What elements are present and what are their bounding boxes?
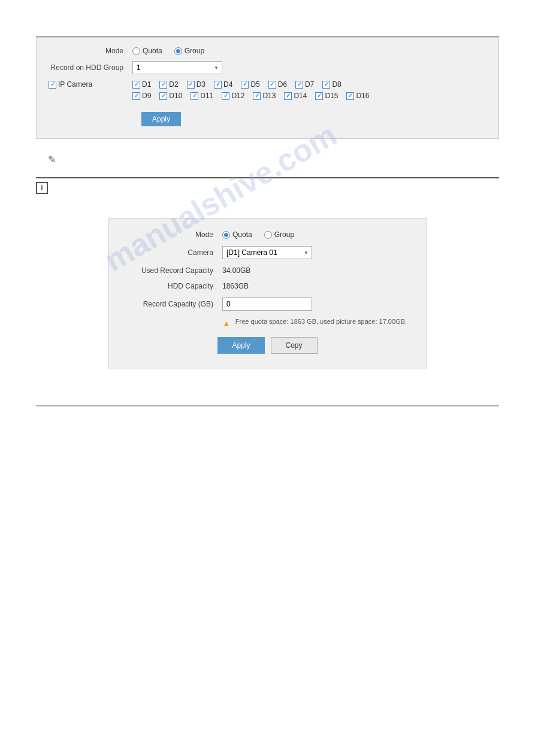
quota-radio-label: Quota xyxy=(143,47,162,55)
bottom-divider xyxy=(36,405,499,406)
quota-camera-select[interactable]: [D1] Camera 01 xyxy=(222,246,312,259)
d7-checkbox xyxy=(295,81,303,89)
quota-mode-quota-label: Quota xyxy=(232,230,252,239)
quota-hdd-capacity-label: HDD Capacity xyxy=(126,282,222,290)
quota-hdd-capacity-row: HDD Capacity 1863GB xyxy=(126,282,409,290)
camera-d16[interactable]: D16 xyxy=(346,92,369,100)
mode-radio-group: Quota Group xyxy=(132,47,204,55)
d1-checkbox xyxy=(132,81,140,89)
middle-section: ✎ xyxy=(36,154,499,165)
quota-mode-row: Mode Quota Group xyxy=(126,230,409,239)
d14-checkbox xyxy=(284,92,292,100)
d12-checkbox xyxy=(222,92,229,100)
quota-mode-quota-circle xyxy=(222,231,230,239)
quota-mode-group-circle xyxy=(264,231,272,239)
group-radio-circle xyxy=(174,47,182,55)
camera-d10[interactable]: D10 xyxy=(159,92,182,100)
quota-section: Mode Quota Group Camera [D1] Camera 01 xyxy=(108,218,427,369)
quota-warning-text: Free quota space: 1863 GB, used picture … xyxy=(235,318,407,325)
camera-d3[interactable]: D3 xyxy=(187,80,205,89)
camera-d2[interactable]: D2 xyxy=(159,80,178,89)
quota-hdd-capacity-value: 1863GB xyxy=(222,282,249,290)
hdd-group-select[interactable]: 1 xyxy=(132,61,222,74)
camera-d12[interactable]: D12 xyxy=(222,92,244,100)
quota-record-capacity-label: Record Capacity (GB) xyxy=(126,300,222,308)
camera-d4[interactable]: D4 xyxy=(214,80,232,89)
quota-warning-row: ▲ Free quota space: 1863 GB, used pictur… xyxy=(222,318,409,328)
quota-camera-select-wrapper: [D1] Camera 01 xyxy=(222,246,312,259)
d11-checkbox xyxy=(191,92,198,100)
top-panel-section: Mode Quota Group Record on HDD Group 1 xyxy=(36,36,499,139)
quota-radio[interactable]: Quota xyxy=(132,47,162,55)
mode-label: Mode xyxy=(49,47,132,55)
d2-checkbox xyxy=(159,81,167,89)
record-capacity-input[interactable] xyxy=(222,297,312,311)
camera-d13[interactable]: D13 xyxy=(253,92,276,100)
d5-checkbox xyxy=(241,81,249,89)
quota-camera-row: Camera [D1] Camera 01 xyxy=(126,246,409,259)
camera-checkboxes-row: IP Camera D1 D2 D3 D4 D5 D6 D7 D8 D9 D10 xyxy=(49,80,486,100)
camera-d7[interactable]: D7 xyxy=(295,80,314,89)
ip-camera-cell: IP Camera xyxy=(49,80,132,89)
d15-checkbox xyxy=(315,92,323,100)
info-divider: i xyxy=(36,177,499,194)
d9-checkbox xyxy=(132,92,140,100)
quota-record-capacity-row: Record Capacity (GB) xyxy=(126,297,409,311)
quota-mode-panel: Mode Quota Group Camera [D1] Camera 01 xyxy=(108,218,427,369)
ip-camera-checkbox-item[interactable]: IP Camera xyxy=(49,80,119,89)
quota-mode-radio-group: Quota Group xyxy=(222,230,294,239)
warning-triangle-icon: ▲ xyxy=(222,318,231,328)
d6-checkbox xyxy=(268,81,276,89)
quota-camera-label: Camera xyxy=(126,248,222,257)
d8-checkbox xyxy=(322,81,330,89)
quota-copy-button[interactable]: Copy xyxy=(271,337,318,354)
quota-mode-group-label: Group xyxy=(274,230,294,239)
d16-checkbox xyxy=(346,92,354,100)
camera-row-2: D9 D10 D11 D12 D13 D14 D15 D16 xyxy=(132,92,374,100)
quota-radio-circle xyxy=(132,47,140,55)
group-mode-panel: Mode Quota Group Record on HDD Group 1 xyxy=(36,37,499,139)
quota-used-record-value: 34.00GB xyxy=(222,266,250,275)
camera-d1[interactable]: D1 xyxy=(132,80,151,89)
quota-mode-label: Mode xyxy=(126,230,222,239)
d10-checkbox xyxy=(159,92,167,100)
quota-mode-quota-radio[interactable]: Quota xyxy=(222,230,252,239)
quota-used-record-label: Used Record Capacity xyxy=(126,266,222,275)
info-icon: i xyxy=(36,182,48,194)
camera-d9[interactable]: D9 xyxy=(132,92,151,100)
quota-buttons-row: Apply Copy xyxy=(126,337,409,354)
top-apply-button[interactable]: Apply xyxy=(141,112,181,126)
hdd-group-label: Record on HDD Group xyxy=(49,63,132,72)
camera-d15[interactable]: D15 xyxy=(315,92,338,100)
ip-camera-label: IP Camera xyxy=(58,80,92,89)
quota-apply-button[interactable]: Apply xyxy=(217,337,264,354)
pencil-icon: ✎ xyxy=(48,154,56,165)
camera-grid-container: D1 D2 D3 D4 D5 D6 D7 D8 D9 D10 D11 D12 D… xyxy=(132,80,374,100)
hdd-group-row: Record on HDD Group 1 xyxy=(49,61,486,74)
group-radio[interactable]: Group xyxy=(174,47,204,55)
mode-row: Mode Quota Group xyxy=(49,47,486,55)
group-radio-label: Group xyxy=(185,47,204,55)
quota-used-record-row: Used Record Capacity 34.00GB xyxy=(126,266,409,275)
edit-icon-wrapper: ✎ xyxy=(48,154,499,165)
camera-d5[interactable]: D5 xyxy=(241,80,259,89)
camera-d11[interactable]: D11 xyxy=(191,92,213,100)
d13-checkbox xyxy=(253,92,261,100)
camera-d6[interactable]: D6 xyxy=(268,80,287,89)
hdd-group-select-wrapper: 1 xyxy=(132,61,222,74)
d4-checkbox xyxy=(214,81,222,89)
ip-camera-checkbox xyxy=(49,81,56,89)
camera-d14[interactable]: D14 xyxy=(284,92,307,100)
camera-d8[interactable]: D8 xyxy=(322,80,341,89)
camera-row-1: D1 D2 D3 D4 D5 D6 D7 D8 xyxy=(132,80,374,89)
d3-checkbox xyxy=(187,81,195,89)
quota-mode-group-radio[interactable]: Group xyxy=(264,230,294,239)
